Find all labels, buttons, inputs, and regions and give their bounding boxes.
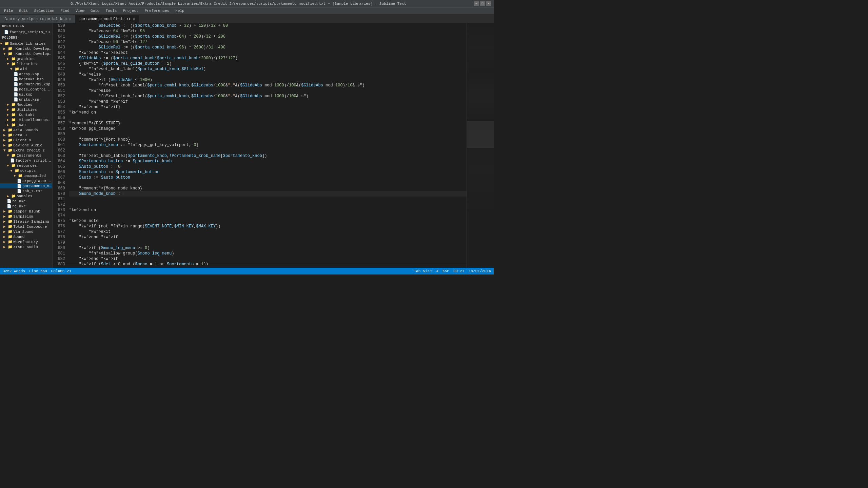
code-line[interactable]: "kw">end on [69, 110, 467, 115]
sidebar-item-total-composure[interactable]: ▶ 📁 Total Composure [0, 224, 52, 229]
sidebar-item-array-ksp[interactable]: 📄 array.ksp [0, 72, 52, 77]
code-line[interactable]: "kw">end "kw">if [69, 256, 467, 262]
maximize-button[interactable]: □ [480, 1, 485, 6]
code-line[interactable]: "kw">else [69, 88, 467, 94]
code-line[interactable]: "kw">if (not "fn">in_range($EVENT_NOTE,$… [69, 224, 467, 229]
sidebar-item-scripts[interactable]: ▼ 📁 scripts [0, 168, 52, 173]
sidebar-item-samples[interactable]: ▶ 📁 samples [0, 194, 52, 199]
sidebar-item-instruments[interactable]: ▼ 📁 Instruments [0, 153, 52, 158]
code-line[interactable]: $portamento := $portamento_button [69, 169, 467, 175]
menu-item-project[interactable]: Project [120, 8, 141, 14]
sidebar-item-kontakt[interactable]: ▶ 📁 _Kontakt [0, 112, 52, 117]
tab-portamento[interactable]: portamento_modified.txt ✕ [75, 15, 139, 23]
menu-item-find[interactable]: Find [58, 8, 72, 14]
code-line[interactable] [69, 202, 467, 207]
sidebar-item-extra-credit[interactable]: ▼ 📁 Extra Credit 2 [0, 148, 52, 153]
code-line[interactable]: $GlideAbs := ($porta_combi_knob*$porta_c… [69, 56, 467, 61]
code-line[interactable]: "kw">end on [69, 207, 467, 213]
code-line[interactable]: "kw">if ($mono_leg_menu >= 0) [69, 245, 467, 251]
code-line[interactable] [69, 197, 467, 202]
code-line[interactable] [69, 240, 467, 245]
code-line[interactable]: "fn">set_knob_label($porta_combi_knob,$G… [69, 66, 467, 72]
code-line[interactable]: $auto := $auto_button [69, 175, 467, 180]
sidebar-item-client-x[interactable]: ▶ 📁 Client X [0, 138, 52, 143]
code-line[interactable]: $Auto_button := 0 [69, 164, 467, 169]
sidebar-item-modules[interactable]: ▶ 📁 Modules [0, 102, 52, 107]
code-line[interactable]: "comment">{Port knob} [69, 137, 467, 142]
code-line[interactable]: $Portamento_button := $portamento_knob [69, 159, 467, 164]
code-line[interactable] [69, 115, 467, 121]
code-line[interactable]: "kw">case 96 "kw">to 127 [69, 39, 467, 45]
sidebar-item-vin-sound[interactable]: ▶ 📁 Vin Sound [0, 229, 52, 234]
code-line[interactable]: "fn">set_knob_label($porta_combi_knob,$G… [69, 94, 467, 99]
code-line[interactable]: "fn">set_knob_label($portamento_knob,!Po… [69, 153, 467, 159]
code-container[interactable]: 6396406416426436446456466476486496506516… [53, 23, 467, 265]
minimap-viewport[interactable] [467, 121, 494, 148]
sidebar-item-portamento-modified[interactable]: 📄 portamento_modified.txt [0, 183, 52, 188]
menu-item-preferences[interactable]: Preferences [142, 8, 172, 14]
code-line[interactable]: $GlideRel := (($porta_combi_knob-96) * 2… [69, 45, 467, 50]
code-line[interactable] [69, 213, 467, 218]
sidebar-item-rc-nkr[interactable]: 📄 rc.nkr [0, 204, 52, 209]
sidebar-item-libraries[interactable]: ▼ 📁 libraries [0, 61, 52, 66]
sidebar-item-daytone[interactable]: ▶ 📁 DayTone Audio [0, 143, 52, 148]
sidebar-item-rand[interactable]: ▶ 📁 _R&D [0, 122, 52, 127]
sidebar-item-arp-modified[interactable]: 📄 arpeggiator_modified.txt [0, 178, 52, 183]
code-line[interactable]: "kw">if ($det > 0 and ($mono = 1 or $por… [69, 262, 467, 265]
menu-item-tools[interactable]: Tools [103, 8, 119, 14]
sidebar-item-kontakt-fw1[interactable]: ▶ 📁 _Kontakt Development Framework v1.0 [0, 46, 52, 51]
sidebar-item-note-control[interactable]: 📄 note_control.ksp [0, 87, 52, 92]
sidebar-item-wavefactory[interactable]: ▶ 📁 Wavefactory [0, 239, 52, 244]
menu-item-file[interactable]: File [1, 8, 16, 14]
code-line[interactable]: $GlideRel := (($porta_combi_knob-64) * 2… [69, 34, 467, 39]
sidebar-item-straszv[interactable]: ▶ 📁 Straszv Sampling [0, 219, 52, 224]
code-line[interactable]: "kw">exit [69, 229, 467, 235]
code-line[interactable]: $portamento_knob := "fn">pgs_get_key_val… [69, 142, 467, 148]
sidebar-item-uncompiled[interactable]: ▼ 📁 uncompiled [0, 173, 52, 178]
code-line[interactable]: $selected := (($porta_combi_knob - 32) +… [69, 23, 467, 28]
sidebar-item-sampleism[interactable]: ▶ 📁 Sampleism [0, 214, 52, 219]
tab-close-icon[interactable]: ✕ [133, 17, 135, 21]
minimize-button[interactable]: — [474, 1, 479, 6]
code-line[interactable]: {"kw">if ($porta_rel_glide_button = 1) [69, 61, 467, 66]
menu-item-edit[interactable]: Edit [16, 8, 31, 14]
editor-pane[interactable]: 6396406416426436446456466476486496506516… [53, 23, 467, 268]
sidebar-item-factory-nki[interactable]: 📄 factory_script_tutorial.nki [0, 158, 52, 163]
menu-item-view[interactable]: View [73, 8, 87, 14]
code-line[interactable] [69, 148, 467, 153]
sidebar-item-sample-libraries[interactable]: ▼ 📁 Sample Libraries [0, 41, 52, 46]
code-line[interactable]: $mono_mode_knob := [69, 191, 467, 197]
code-line[interactable] [69, 180, 467, 186]
code-line[interactable]: "kw">end "kw">select [69, 50, 467, 56]
sidebar-item-resources[interactable]: ▼ 📁 resources [0, 163, 52, 168]
sidebar-item-aria-sounds[interactable]: ▶ 📁 Aria Sounds [0, 127, 52, 133]
sidebar-item-ald[interactable]: ▼ 📁 ald [0, 66, 52, 72]
code-line[interactable]: "kw">on pgs_changed [69, 126, 467, 131]
code-line[interactable]: "comment">{PGS STUFF} [69, 121, 467, 126]
menu-item-goto[interactable]: Goto [88, 8, 102, 14]
sidebar-item-rc-nkc[interactable]: 📄 rc.nkc [0, 199, 52, 204]
sidebar-item-ui-ksp[interactable]: 📄 ui.ksp [0, 92, 52, 97]
sidebar-item-graphics[interactable]: ▶ 📁 graphics [0, 56, 52, 61]
close-button[interactable]: ✕ [486, 1, 491, 6]
sidebar-item-kontakt-fw2[interactable]: ▼ 📁 _Kontakt Development Framework v2.0 [0, 51, 52, 56]
sidebar-item-xtant-audio[interactable]: ▶ 📁 XtAnt Audio [0, 244, 52, 249]
sidebar-item-units-ksp[interactable]: 📄 units.ksp [0, 97, 52, 102]
code-line[interactable]: "kw">case 64 "kw">to 95 [69, 28, 467, 34]
code-line[interactable] [69, 131, 467, 137]
tab-factory-scripts[interactable]: factory_scripts_tutorial.ksp ✕ [0, 15, 75, 23]
code-line[interactable]: "kw">on note [69, 218, 467, 224]
sidebar-item-kontakt-ksp[interactable]: 📄 kontakt.ksp [0, 77, 52, 82]
window-controls[interactable]: — □ ✕ [474, 1, 491, 6]
code-line[interactable]: "fn">disallow_group($mono_leg_menu) [69, 251, 467, 256]
code-line[interactable]: "comment">{Mono mode knob} [69, 186, 467, 191]
code-line[interactable]: "fn">set_knob_label($porta_combi_knob,$G… [69, 83, 467, 88]
sidebar-item-factory-script[interactable]: 📄 factory_scripts_tutorial.ksp [0, 29, 52, 35]
sidebar-item-kspmath[interactable]: 📄 KSPMath702.ksp [0, 82, 52, 87]
sidebar-item-misc-scripts[interactable]: ▶ 📁 _Miscellaneous Scripts [0, 117, 52, 122]
sidebar-item-utilities[interactable]: ▶ 📁 Utilities [0, 107, 52, 112]
sidebar-item-sound[interactable]: ▶ 📁 Sound [0, 234, 52, 239]
code-line[interactable]: "kw">end "kw">if} [69, 104, 467, 110]
tab-close-icon[interactable]: ✕ [69, 17, 71, 21]
sidebar-item-beta-d[interactable]: ▶ 📁 Beta D [0, 133, 52, 138]
